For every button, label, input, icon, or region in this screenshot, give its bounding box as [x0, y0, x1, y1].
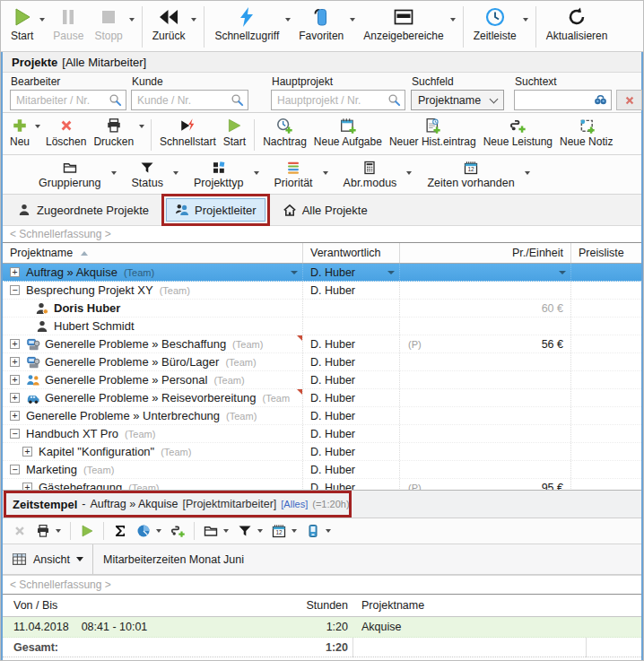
play-small-icon: [80, 524, 94, 538]
expander-plus-icon[interactable]: +: [10, 375, 20, 385]
project-row[interactable]: Doris Huber60 €: [3, 300, 641, 317]
anzeigebereiche-button[interactable]: Anzeigebereiche: [358, 3, 457, 51]
neuer-hist-eintrag-button[interactable]: Neuer Hist.eintrag: [387, 116, 479, 154]
gruppierung-button[interactable]: Gruppierung: [30, 158, 123, 194]
search-icon[interactable]: [231, 93, 244, 107]
button-label: Pause: [53, 30, 83, 42]
zeiten-vorhanden-button[interactable]: 12Zeiten vorhanden: [418, 158, 535, 194]
toolbar-separator: [463, 6, 464, 48]
project-row[interactable]: −Handbuch XT Pro(Team)D. Huber: [3, 425, 641, 443]
abr-modus-button[interactable]: Abr.modus: [335, 158, 419, 194]
device-button[interactable]: [301, 521, 335, 541]
column-header-projektname[interactable]: Projektname: [361, 595, 424, 616]
expander-plus-icon[interactable]: +: [10, 357, 20, 367]
team-label: (Team): [128, 483, 159, 491]
folder-button[interactable]: [199, 521, 233, 541]
project-row[interactable]: −Marketing(Team)D. Huber: [3, 461, 641, 479]
expander-minus-icon[interactable]: −: [10, 285, 20, 295]
project-row[interactable]: +Generelle Probleme » Büro/Lager(Team)D.…: [3, 353, 641, 371]
binoculars-icon[interactable]: [594, 93, 607, 107]
printer-button[interactable]: [31, 521, 65, 541]
search-icon[interactable]: [109, 93, 122, 107]
löschen-button[interactable]: Löschen: [43, 116, 89, 154]
clear-search-button[interactable]: [616, 90, 642, 110]
quick-entry-row-times[interactable]: < Schnellerfassung >: [3, 575, 641, 595]
expander-plus-icon[interactable]: +: [10, 411, 20, 421]
funnel-button[interactable]: [233, 521, 267, 541]
project-row[interactable]: +Generelle Probleme » Beschaffung(Team)D…: [3, 335, 641, 353]
drucken-button[interactable]: Drucken: [91, 116, 145, 154]
project-row[interactable]: +Generelle Probleme » Reisevorbereitung(…: [3, 389, 641, 407]
pricelist-cell: [571, 479, 641, 490]
tab-label: Projektleiter: [195, 204, 257, 217]
expander-plus-icon[interactable]: +: [10, 393, 20, 403]
zeitleiste-button[interactable]: Zeitleiste: [468, 3, 531, 51]
project-row[interactable]: +Generelle Probleme » Unterbrechung(Team…: [3, 407, 641, 425]
expander-minus-icon[interactable]: −: [10, 465, 20, 474]
filter-suchtext: Suchtext: [514, 75, 612, 110]
project-row[interactable]: +Generelle Probleme » Personal(Team)D. H…: [3, 371, 641, 389]
responsible-cell: D. Huber: [303, 335, 400, 352]
column-header-pr-einheit[interactable]: Pr./Einheit: [400, 243, 571, 263]
neue-notiz-button[interactable]: Neue Notiz: [557, 116, 615, 154]
button-label: Zeiten vorhanden: [427, 177, 514, 189]
button-label: Priorität: [274, 177, 313, 189]
nachtrag-button[interactable]: Nachtrag: [260, 116, 309, 154]
kunde-input[interactable]: [137, 94, 231, 107]
projekttyp-button[interactable]: Projekttyp: [185, 158, 265, 194]
start-button[interactable]: Start: [5, 3, 48, 51]
neu-button[interactable]: Neu: [7, 116, 41, 154]
priorität-button[interactable]: Priorität: [265, 158, 335, 194]
button-label: Schnellstart: [160, 135, 216, 148]
neue-leistung-button[interactable]: Neue Leistung: [481, 116, 555, 154]
project-row[interactable]: −Besprechung Projekt XY(Team)D. Huber: [3, 282, 641, 300]
toolbar-separator: [142, 6, 143, 48]
ansicht-button[interactable]: Ansicht: [3, 544, 92, 574]
calendar-check-button[interactable]: 12: [267, 521, 301, 541]
search-icon[interactable]: [387, 93, 401, 107]
tab-alle-projekte[interactable]: Alle Projekte: [274, 199, 376, 221]
tab-projektleiter[interactable]: Projektleiter: [166, 198, 265, 222]
suchfeld-select[interactable]: Projektname: [411, 90, 504, 110]
play-small-button[interactable]: [75, 521, 99, 541]
neue-aufgabe-button[interactable]: Neue Aufgabe: [311, 116, 385, 154]
project-row[interactable]: +Kapitel "Konfiguration"(Team)D. Huber: [3, 443, 641, 461]
dropdown-caret-icon: [173, 171, 178, 175]
hauptprojekt-input[interactable]: [277, 94, 387, 107]
sigma-button[interactable]: [109, 521, 132, 541]
expander-minus-icon[interactable]: −: [10, 429, 20, 439]
schnellstart-button[interactable]: Schnellstart: [157, 116, 219, 154]
column-header-verantwortlich[interactable]: Verantwortlich: [303, 243, 400, 263]
start-button[interactable]: Start: [221, 116, 248, 154]
favoriten-button[interactable]: Favoriten: [293, 3, 358, 51]
zurück-button[interactable]: Zurück: [147, 3, 200, 51]
suchtext-input[interactable]: [520, 94, 594, 107]
project-row[interactable]: +Auftrag » Akquise(Team)D. Huber: [3, 264, 641, 282]
quick-entry-row[interactable]: < Schnellerfassung >: [3, 225, 641, 243]
column-header-stunden[interactable]: Stunden: [227, 595, 348, 616]
expander-plus-icon[interactable]: +: [22, 483, 32, 490]
column-header-preisliste[interactable]: Preisliste: [571, 243, 641, 263]
time-entry-row[interactable]: 11.04.2018 08:41 - 10:01 1:20 Akquise: [3, 617, 641, 638]
expander-plus-icon[interactable]: +: [10, 267, 20, 277]
column-header-von-bis[interactable]: Von / Bis: [13, 595, 57, 616]
expander-plus-icon[interactable]: +: [10, 339, 20, 349]
svg-text:12: 12: [275, 529, 283, 535]
project-row[interactable]: Hubert Schmidt: [3, 317, 641, 335]
responsible-cell: D. Huber: [303, 479, 400, 490]
service-plus-button[interactable]: [166, 521, 189, 541]
dropdown-caret-icon: [111, 171, 117, 175]
expander-plus-icon[interactable]: +: [22, 447, 32, 457]
responsible-name: D. Huber: [310, 392, 355, 404]
action-toolbar: NeuLöschenDruckenSchnellstartStartNachtr…: [3, 113, 641, 155]
schnellzugriff-button[interactable]: Schnellzugriff: [209, 3, 293, 51]
project-row[interactable]: +Gästebefragung(Team)D. Huber(P)95 €: [3, 479, 641, 490]
project-name-cell: +Generelle Probleme » Reisevorbereitung(…: [3, 389, 303, 406]
pie-button[interactable]: [132, 521, 166, 541]
bearbeiter-input[interactable]: [16, 94, 109, 107]
tab-zugeordnete-projekte[interactable]: Zugeordnete Projekte: [9, 199, 157, 221]
status-button[interactable]: Status: [123, 158, 185, 194]
column-header-projektname[interactable]: Projektname: [3, 243, 303, 263]
aktualisieren-button[interactable]: Aktualisieren: [541, 3, 614, 51]
view-name: Mitarbeiterzeiten Monat Juni: [93, 544, 244, 574]
